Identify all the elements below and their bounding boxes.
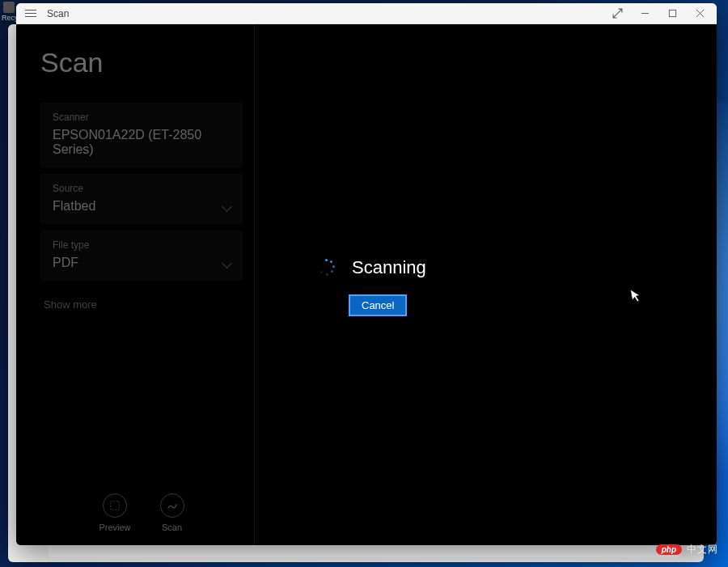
maximize-icon	[668, 9, 677, 18]
filetype-label: File type	[53, 239, 231, 251]
watermark-text: 中文网	[687, 543, 718, 556]
scan-button[interactable]: Scan	[160, 493, 184, 532]
scanning-progress: Scanning	[318, 257, 426, 278]
sidebar-actions: Preview Scan	[40, 493, 243, 537]
source-value: Flatbed	[53, 199, 231, 214]
svg-rect-1	[669, 10, 675, 16]
desktop-icon-recycle[interactable]: Recy...	[2, 2, 16, 22]
scanner-field[interactable]: Scanner EPSON01A22D (ET-2850 Series)	[40, 103, 243, 167]
scan-label: Scan	[162, 523, 182, 532]
show-more-link[interactable]: Show more	[40, 287, 243, 322]
expand-icon	[612, 8, 623, 19]
svg-rect-2	[111, 501, 120, 510]
status-text: Scanning	[352, 257, 426, 278]
title-bar: Scan	[16, 3, 717, 24]
scan-window: Scan Scan Scanner EPSON01A22D (ET-2850 S…	[16, 3, 717, 545]
expand-diagonal-button[interactable]	[603, 3, 631, 24]
window-title: Scan	[47, 8, 69, 19]
preview-label: Preview	[99, 523, 130, 532]
scanner-label: Scanner	[53, 112, 231, 123]
desktop-icon-label: Recy...	[2, 14, 16, 22]
watermark: php 中文网	[656, 543, 718, 556]
spinner-icon	[318, 259, 336, 277]
watermark-badge: php	[656, 544, 682, 555]
filetype-dropdown[interactable]: File type PDF	[40, 231, 243, 281]
source-dropdown[interactable]: Source Flatbed	[40, 174, 243, 224]
cancel-button[interactable]: Cancel	[349, 294, 407, 316]
recycle-bin-icon	[3, 2, 15, 13]
page-title: Scan	[40, 47, 243, 78]
source-label: Source	[53, 183, 231, 194]
minimize-icon	[641, 9, 650, 18]
close-button[interactable]	[686, 3, 713, 24]
close-icon	[696, 9, 705, 18]
scan-icon	[160, 493, 184, 518]
preview-button[interactable]: Preview	[99, 493, 130, 532]
settings-sidebar: Scan Scanner EPSON01A22D (ET-2850 Series…	[16, 24, 255, 545]
preview-area: Scanning Cancel	[255, 24, 717, 545]
hamburger-menu-button[interactable]	[23, 6, 39, 22]
minimize-button[interactable]	[631, 3, 658, 24]
scanner-value: EPSON01A22D (ET-2850 Series)	[53, 128, 231, 157]
maximize-button[interactable]	[658, 3, 686, 24]
window-body: Scan Scanner EPSON01A22D (ET-2850 Series…	[16, 24, 717, 545]
preview-icon	[103, 493, 127, 518]
filetype-value: PDF	[53, 256, 231, 270]
